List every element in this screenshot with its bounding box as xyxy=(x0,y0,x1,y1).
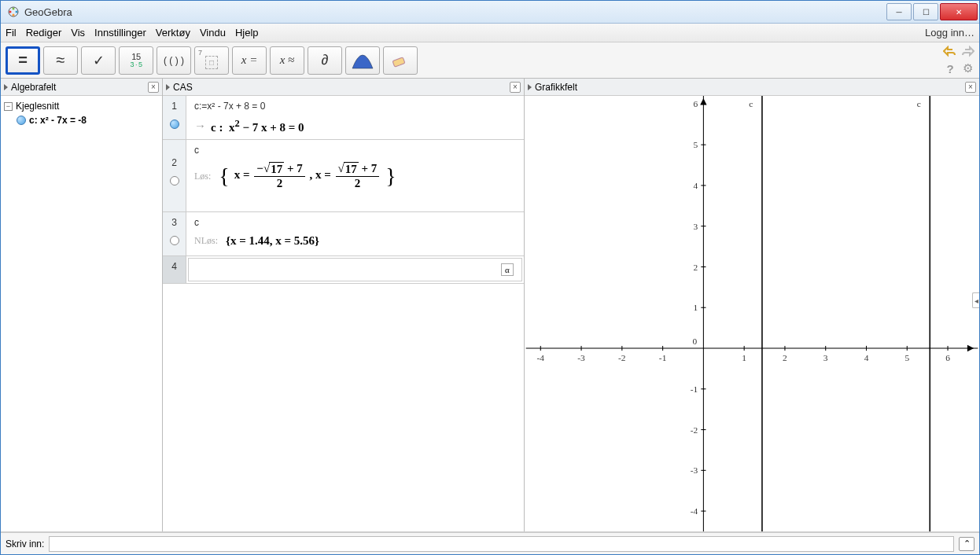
menu-vindu[interactable]: Vindu xyxy=(200,27,226,39)
menu-verktoy[interactable]: Verktøy xyxy=(156,27,190,39)
command-input[interactable] xyxy=(49,536,954,552)
collapse-icon xyxy=(528,84,532,90)
main-panels: Algebrafelt × − Kjeglesnitt c: x² - 7x =… xyxy=(1,79,979,532)
svg-text:3: 3 xyxy=(693,222,698,231)
svg-text:2: 2 xyxy=(693,263,698,272)
svg-text:-4: -4 xyxy=(691,506,698,516)
svg-text:-1: -1 xyxy=(659,353,666,362)
close-button[interactable]: ✕ xyxy=(940,3,978,20)
graphics-canvas[interactable]: -4 -3 -2 -1 0 1 2 3 4 5 6 1 xyxy=(525,96,979,531)
cas-output: Løs: { x = −17 + 72 , x = 17 + 72 } xyxy=(194,162,516,190)
cas-row-1[interactable]: 1 c:=x² - 7x + 8 = 0 → c : x2 − 7 x + 8 … xyxy=(163,96,524,140)
tool-approx[interactable]: ≈ xyxy=(43,46,78,75)
menu-innstillinger[interactable]: Innstillinger xyxy=(94,27,146,39)
menu-vis[interactable]: Vis xyxy=(71,27,85,39)
algebra-header[interactable]: Algebrafelt × xyxy=(1,79,162,96)
svg-text:5: 5 xyxy=(693,140,698,149)
svg-text:3: 3 xyxy=(823,353,828,362)
cas-gutter: 2 xyxy=(163,140,186,211)
cas-row-4[interactable]: 4 α xyxy=(163,256,524,284)
svg-rect-5 xyxy=(392,57,405,66)
svg-text:c: c xyxy=(917,99,921,108)
input-history-icon[interactable]: ⌃ xyxy=(959,537,974,551)
svg-marker-7 xyxy=(967,345,974,351)
redo-icon[interactable] xyxy=(960,46,974,60)
svg-point-4 xyxy=(13,14,15,17)
graphics-close-icon[interactable]: × xyxy=(965,82,976,93)
visibility-marble-icon[interactable] xyxy=(170,236,179,245)
menu-rediger[interactable]: Rediger xyxy=(26,27,62,39)
collapse-icon xyxy=(166,84,170,90)
window-title: GeoGebra xyxy=(24,6,885,18)
svg-text:5: 5 xyxy=(904,353,909,362)
minimize-button[interactable]: ─ xyxy=(886,3,912,20)
tool-solve[interactable]: x = xyxy=(232,46,267,75)
side-expand-icon[interactable]: ◂ xyxy=(972,292,979,308)
svg-text:-3: -3 xyxy=(577,353,585,362)
settings-icon[interactable]: ⚙ xyxy=(960,61,974,75)
visibility-marble-icon[interactable] xyxy=(170,119,179,129)
svg-text:-2: -2 xyxy=(618,353,626,362)
tool-substitute[interactable]: 7□ xyxy=(194,46,229,75)
title-bar: GeoGebra ─ ☐ ✕ xyxy=(1,1,979,24)
cas-panel: CAS × 1 c:=x² - 7x + 8 = 0 → c : x2 − 7 … xyxy=(163,79,525,531)
input-label: Skriv inn: xyxy=(6,538,44,549)
algebra-tree: − Kjeglesnitt c: x² - 7x = -8 xyxy=(1,96,162,130)
graphics-panel: Grafikkfelt × -4 -3 -2 -1 xyxy=(525,79,979,531)
tool-factor[interactable]: 153 · 5 xyxy=(119,46,153,75)
cas-rows: 1 c:=x² - 7x + 8 = 0 → c : x2 − 7 x + 8 … xyxy=(163,96,524,531)
tool-delete[interactable] xyxy=(383,46,418,75)
svg-text:-1: -1 xyxy=(691,384,698,394)
svg-text:0: 0 xyxy=(692,336,697,346)
tree-item-c[interactable]: c: x² - 7x = -8 xyxy=(4,113,159,127)
cas-row-2[interactable]: 2 c Løs: { x = −17 + 72 , x = 17 + 72 xyxy=(163,140,524,212)
tool-evaluate[interactable]: = xyxy=(6,46,40,75)
svg-point-3 xyxy=(13,8,15,10)
cas-header[interactable]: CAS × xyxy=(163,79,524,96)
cas-gutter: 3 xyxy=(163,212,186,255)
tool-expand[interactable]: ( ( ) ) xyxy=(157,46,191,75)
algebra-close-icon[interactable]: × xyxy=(148,82,159,93)
svg-point-2 xyxy=(16,11,18,13)
app-icon xyxy=(7,6,20,18)
visibility-dot-icon[interactable] xyxy=(17,116,26,125)
algebra-panel: Algebrafelt × − Kjeglesnitt c: x² - 7x =… xyxy=(1,79,163,531)
tool-derivative[interactable]: ∂ xyxy=(308,46,342,75)
cas-title: CAS xyxy=(173,82,510,93)
svg-text:-3: -3 xyxy=(691,465,698,475)
graphics-title: Grafikkfelt xyxy=(535,82,965,93)
tool-keep[interactable]: ✓ xyxy=(81,46,116,75)
cas-row-3[interactable]: 3 c NLøs: {x = 1.44, x = 5.56} xyxy=(163,212,524,256)
graphics-header[interactable]: Grafikkfelt × xyxy=(525,79,979,96)
cas-input[interactable]: c xyxy=(194,145,516,156)
app-window: GeoGebra ─ ☐ ✕ Fil Rediger Vis Innstilli… xyxy=(0,0,980,555)
alpha-keyboard-icon[interactable]: α xyxy=(501,263,514,276)
cas-output: NLøs: {x = 1.44, x = 5.56} xyxy=(194,234,516,248)
tool-nsolve[interactable]: x ≈ xyxy=(270,46,304,75)
maximize-button[interactable]: ☐ xyxy=(913,3,938,20)
cas-gutter: 1 xyxy=(163,96,186,139)
tree-group[interactable]: − Kjeglesnitt xyxy=(4,99,159,113)
toolbar: = ≈ ✓ 153 · 5 ( ( ) ) 7□ x = x ≈ ∂ ? ⚙ xyxy=(1,42,979,79)
collapse-toggle-icon[interactable]: − xyxy=(4,102,13,111)
svg-text:c: c xyxy=(749,99,753,108)
tool-probability[interactable] xyxy=(345,46,380,75)
undo-icon[interactable] xyxy=(943,46,957,60)
svg-text:6: 6 xyxy=(945,353,950,362)
login-link[interactable]: Logg inn… xyxy=(925,27,974,39)
window-buttons: ─ ☐ ✕ xyxy=(885,3,978,20)
cas-output: → c : x2 − 7 x + 8 = 0 xyxy=(194,118,516,134)
menu-hjelp[interactable]: Hjelp xyxy=(235,27,259,39)
svg-text:6: 6 xyxy=(693,99,698,108)
menu-fil[interactable]: Fil xyxy=(6,27,17,39)
svg-text:-2: -2 xyxy=(691,425,698,435)
help-icon[interactable]: ? xyxy=(943,61,957,75)
toolbar-right: ? ⚙ xyxy=(943,46,974,75)
visibility-marble-icon[interactable] xyxy=(170,176,179,186)
algebra-title: Algebrafelt xyxy=(11,82,148,93)
cas-input[interactable]: c xyxy=(194,217,516,228)
svg-text:2: 2 xyxy=(783,353,787,362)
cas-input-active[interactable] xyxy=(197,264,498,276)
cas-close-icon[interactable]: × xyxy=(510,82,521,93)
cas-input[interactable]: c:=x² - 7x + 8 = 0 xyxy=(194,101,516,112)
